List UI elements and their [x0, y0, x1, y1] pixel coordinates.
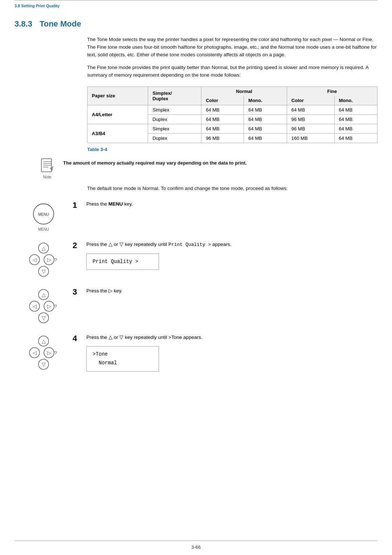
col-fine-mono: Mono. [334, 96, 377, 105]
paragraph-2: The Fine tone mode provides the print qu… [87, 64, 377, 79]
breadcrumb: 3.8 Setting Print Quality [15, 4, 60, 8]
step-2-icon: △ ◁ ▷ ▽ ? [15, 240, 73, 278]
paper-a3b4: A3/B4 [87, 124, 148, 143]
paragraph-1: The Tone Mode selects the way the printe… [87, 36, 377, 59]
n-mono-2: 64 MB [244, 114, 287, 124]
note-text: The amount of memory actually required m… [63, 158, 247, 167]
n-mono-4: 64 MB [244, 133, 287, 143]
f-color-4: 160 MB [287, 133, 334, 143]
step-2-number: 2 [73, 241, 83, 250]
svg-text:?: ? [54, 257, 57, 263]
svg-text:△: △ [42, 338, 46, 344]
table-row: A4/Letter Simplex 64 MB 64 MB 64 MB 64 M… [87, 105, 377, 114]
page-number-bar: 3-66 [0, 541, 392, 555]
step-3-icon: △ ◁ ▷ ▽ ? [15, 287, 73, 324]
col-normal-mono: Mono. [244, 96, 287, 105]
step-4-icon: △ ◁ ▷ ▽ ? [15, 333, 73, 371]
section-heading: 3.8.3Tone Mode [15, 19, 377, 29]
col-paper-size: Paper size [87, 86, 148, 105]
f-color-3: 96 MB [287, 124, 334, 133]
svg-text:▽: ▽ [42, 361, 46, 367]
step-3-content: 3 Press the ▷ key. [73, 287, 377, 298]
f-mono-4: 64 MB [334, 133, 377, 143]
default-text: The default tone mode is Normal. To conf… [87, 185, 377, 193]
step-4-row: △ ◁ ▷ ▽ ? 4 Press the △ or ▽ key repeate… [15, 333, 377, 372]
step-4-content: 4 Press the △ or ▽ key repeatedly until … [73, 333, 377, 372]
step-2-content: 2 Press the △ or ▽ key repeatedly until … [73, 240, 377, 270]
f-mono-2: 64 MB [334, 114, 377, 124]
mode-simplex-1: Simplex [148, 105, 201, 114]
f-color-2: 96 MB [287, 114, 334, 124]
svg-text:▽: ▽ [42, 268, 46, 274]
svg-text:◁: ◁ [33, 303, 37, 309]
step-2-code: Print Quality > [168, 242, 211, 247]
svg-text:?: ? [54, 350, 57, 356]
step-3-row: △ ◁ ▷ ▽ ? 3 Press the ▷ key. [15, 287, 377, 324]
f-mono-3: 64 MB [334, 124, 377, 133]
section-number: 3.8.3 [15, 19, 32, 28]
svg-text:◁: ◁ [33, 257, 37, 263]
svg-text:◁: ◁ [33, 350, 37, 356]
svg-text:▷: ▷ [47, 350, 51, 356]
paper-a4letter: A4/Letter [87, 105, 148, 124]
note-area: Note The amount of memory actually requi… [36, 158, 377, 179]
table-caption: Table 3-4 [87, 147, 377, 152]
step-1-content: 1 Press the MENU key. [73, 200, 377, 211]
step-2-row: △ ◁ ▷ ▽ ? 2 [15, 240, 377, 278]
step-4-text: Press the △ or ▽ key repeatedly until >T… [86, 334, 203, 341]
svg-text:△: △ [42, 245, 46, 251]
svg-text:?: ? [54, 304, 57, 309]
memory-table: Paper size Simplex/Duplex Normal Fine Co… [87, 86, 377, 143]
n-mono-3: 64 MB [244, 124, 287, 133]
n-color-4: 96 MB [201, 133, 244, 143]
f-color-1: 64 MB [287, 105, 334, 114]
step-1-text: Press the MENU key. [86, 200, 133, 208]
menu-key-icon: MENU [31, 201, 56, 227]
breadcrumb-bar: 3.8 Setting Print Quality [0, 0, 392, 12]
svg-text:▷: ▷ [47, 257, 51, 263]
step-1-icon: MENU MENU [15, 200, 73, 231]
f-mono-1: 64 MB [334, 105, 377, 114]
section-title: Tone Mode [40, 19, 81, 28]
page: 3.8 Setting Print Quality 3.8.3Tone Mode… [0, 0, 392, 555]
step-1-number: 1 [73, 200, 83, 210]
svg-text:△: △ [42, 292, 46, 297]
step-1-row: MENU MENU 1 Press the MENU key. [15, 200, 377, 231]
svg-text:▷: ▷ [47, 303, 51, 309]
col-simplex-duplex: Simplex/Duplex [148, 86, 201, 105]
nav-keys-icon-4: △ ◁ ▷ ▽ ? [27, 335, 60, 371]
mode-simplex-2: Simplex [148, 124, 201, 133]
svg-text:▽: ▽ [42, 315, 46, 321]
svg-text:MENU: MENU [38, 212, 49, 216]
step-4-lcd: >Tone Normal [86, 346, 159, 372]
n-color-3: 64 MB [201, 124, 244, 133]
mode-duplex-2: Duplex [148, 133, 201, 143]
n-mono-1: 64 MB [244, 105, 287, 114]
menu-label: MENU [38, 227, 49, 231]
step-3-number: 3 [73, 287, 83, 297]
n-color-2: 64 MB [201, 114, 244, 124]
note-icon [39, 158, 55, 174]
step-4-number: 4 [73, 334, 83, 343]
note-label: Note [43, 175, 51, 179]
table-row: A3/B4 Simplex 64 MB 64 MB 96 MB 64 MB [87, 124, 377, 133]
note-icon-wrap: Note [36, 158, 58, 179]
menu-bold: MENU [109, 201, 123, 207]
page-number: 3-66 [191, 544, 201, 550]
nav-keys-icon-3: △ ◁ ▷ ▽ ? [27, 288, 60, 324]
col-normal: Normal [201, 86, 287, 96]
step-2-lcd: Print Quality > [86, 254, 159, 270]
nav-keys-icon-2: △ ◁ ▷ ▽ ? [27, 242, 60, 278]
n-color-1: 64 MB [201, 105, 244, 114]
mode-duplex-1: Duplex [148, 114, 201, 124]
step-3-text: Press the ▷ key. [86, 287, 122, 295]
col-fine-color: Color [287, 96, 334, 105]
col-normal-color: Color [201, 96, 244, 105]
step-2-text: Press the △ or ▽ key repeatedly until Pr… [86, 241, 231, 248]
content-area: 3.8.3Tone Mode The Tone Mode selects the… [0, 12, 392, 468]
col-fine: Fine [287, 86, 377, 96]
